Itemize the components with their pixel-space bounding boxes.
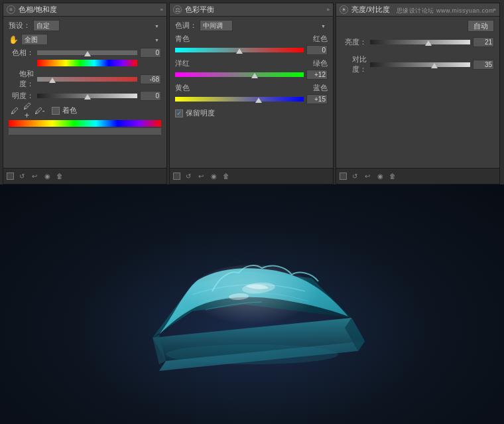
preset-select-wrap: 自定 (33, 20, 161, 31)
magenta-green-thumb[interactable] (251, 73, 258, 78)
panel3-contrast-slider[interactable] (370, 60, 470, 69)
panel1-icon: ≡ (7, 5, 15, 14)
saturation-value[interactable]: -68 (140, 74, 161, 84)
magenta-green-labels: 洋红 绿色 (175, 58, 328, 68)
footer-square-icon[interactable] (7, 173, 14, 180)
colorize-checkbox[interactable] (52, 107, 60, 115)
brightness-value[interactable]: 0 (140, 91, 161, 101)
magenta-green-value[interactable]: +12 (306, 70, 328, 80)
panel3-contrast-row: 对比度： 35 (342, 54, 494, 74)
preset-select[interactable]: 自定 (33, 20, 60, 31)
panel3-contrast-thumb[interactable] (431, 63, 438, 68)
svg-point-8 (166, 344, 338, 364)
preserve-row: ✓ 保留明度 (175, 108, 328, 118)
hue-slider-wrap[interactable] (37, 48, 137, 58)
panel3-brightness-slider[interactable] (370, 38, 470, 47)
panel3-footer: ↺ ↩ ◉ 🗑 (336, 168, 499, 184)
panel3-contrast-label: 对比度： (342, 54, 367, 74)
panel2-footer-undo[interactable]: ↩ (196, 172, 206, 181)
iceberg-svg (113, 225, 391, 371)
panel3-footer-refresh[interactable]: ↺ (350, 172, 359, 181)
cyan-red-labels: 青色 红色 (175, 34, 328, 44)
hue-label: 色相： (9, 48, 34, 58)
panel1-expand[interactable]: » (160, 7, 163, 13)
eyedropper-button[interactable]: 🖊 (9, 105, 20, 116)
preset-label: 预设： (9, 21, 31, 31)
site-watermark: 思缘设计论坛 www.missyuan.com (397, 7, 494, 15)
panel3-brightness-track (370, 40, 470, 44)
panel3-footer-trash[interactable]: 🗑 (388, 172, 397, 181)
auto-button[interactable]: 自动 (468, 20, 494, 32)
channel-select[interactable]: 全图 (21, 34, 48, 45)
panel-brightness-contrast: ☀ 亮度/对比度 » 思缘设计论坛 www.missyuan.com 自动 亮度… (336, 3, 500, 184)
panel-hue-saturation: ≡ 色相/饱和度 » 预设： 自定 ✋ 全图 (3, 3, 167, 184)
saturation-row: 饱和度： -68 (9, 69, 161, 89)
panel3-icon: ☀ (340, 5, 348, 14)
cyan-red-value[interactable]: 0 (306, 45, 328, 55)
channel-row: ✋ 全图 (9, 34, 161, 45)
cyan-red-slider[interactable] (175, 46, 304, 55)
footer-refresh-icon[interactable]: ↺ (17, 172, 27, 181)
yellow-blue-row: +15 (175, 94, 328, 104)
hue-rainbow-bar (37, 60, 137, 66)
hand-icon: ✋ (9, 35, 18, 44)
panel1-title: 色相/饱和度 (19, 5, 57, 15)
panel2-footer-refresh[interactable]: ↺ (184, 172, 193, 181)
hue-value[interactable]: 0 (140, 48, 161, 58)
panel2-footer: ↺ ↩ ◉ 🗑 (170, 168, 333, 184)
spacer1 (342, 49, 494, 54)
saturation-thumb[interactable] (49, 78, 56, 83)
svg-point-6 (186, 265, 318, 331)
preserve-checkmark: ✓ (176, 109, 182, 117)
brightness-row: 明度： 0 (9, 91, 161, 101)
panel1-header: ≡ 色相/饱和度 » (3, 3, 166, 17)
panel2-footer-square[interactable] (173, 173, 180, 180)
eyedropper-minus-button[interactable]: 🖊- (34, 105, 45, 116)
yellow-blue-labels: 黄色 蓝色 (175, 83, 328, 93)
magenta-green-row: +12 (175, 70, 328, 80)
yellow-blue-thumb[interactable] (255, 98, 262, 103)
panel3-contrast-value[interactable]: 35 (473, 60, 494, 70)
panel3-body: 思缘设计论坛 www.missyuan.com 自动 亮度： 21 对比度： (336, 17, 499, 168)
eyedropper-plus-button[interactable]: 🖊+ (21, 105, 32, 116)
yellow-blue-slider[interactable] (175, 95, 304, 104)
panel2-header: ⚖ 色彩平衡 » (170, 3, 333, 17)
magenta-label: 洋红 (175, 58, 200, 68)
spectrum-bar-top (9, 120, 161, 127)
footer-undo-icon[interactable]: ↩ (30, 172, 39, 181)
hue-thumb[interactable] (84, 51, 91, 56)
panel3-brightness-thumb[interactable] (425, 40, 432, 46)
spectrum-bar-bottom (9, 128, 161, 135)
spectrum-bars (9, 120, 161, 135)
cyan-red-thumb[interactable] (236, 48, 243, 54)
panel3-brightness-value[interactable]: 21 (473, 37, 494, 47)
eyedropper-tools: 🖊 🖊+ 🖊- 着色 (9, 104, 161, 117)
yellow-blue-value[interactable]: +15 (306, 94, 328, 104)
panel3-footer-undo[interactable]: ↩ (363, 172, 372, 181)
panel2-title: 色彩平衡 (185, 5, 214, 15)
tone-row: 色调： 中间调 (175, 20, 328, 31)
cyan-label: 青色 (175, 34, 200, 44)
saturation-slider-wrap[interactable] (37, 74, 137, 84)
preserve-checkbox[interactable]: ✓ (175, 109, 183, 117)
panel3-footer-eye[interactable]: ◉ (375, 172, 385, 181)
brightness-slider-wrap[interactable] (37, 92, 137, 101)
magenta-green-track (175, 72, 304, 77)
tone-select[interactable]: 中间调 (200, 20, 233, 31)
main-canvas (0, 184, 504, 424)
panel2-footer-eye[interactable]: ◉ (209, 172, 218, 181)
panel-color-balance: ⚖ 色彩平衡 » 色调： 中间调 青色 红色 (169, 3, 334, 184)
saturation-label: 饱和度： (9, 69, 34, 89)
hue-row: 色相： 0 (9, 48, 161, 58)
saturation-track (37, 77, 137, 82)
panel2-icon: ⚖ (173, 5, 182, 14)
panel2-footer-trash[interactable]: 🗑 (221, 172, 231, 181)
panel3-footer-square[interactable] (340, 173, 347, 180)
footer-trash-icon[interactable]: 🗑 (55, 172, 64, 181)
brightness-thumb[interactable] (84, 94, 91, 100)
panel3-brightness-row: 亮度： 21 (342, 37, 494, 47)
panel2-expand[interactable]: » (327, 7, 330, 13)
magenta-green-slider[interactable] (175, 70, 304, 80)
footer-eye-icon[interactable]: ◉ (42, 172, 52, 181)
tone-label: 色调： (175, 21, 197, 31)
